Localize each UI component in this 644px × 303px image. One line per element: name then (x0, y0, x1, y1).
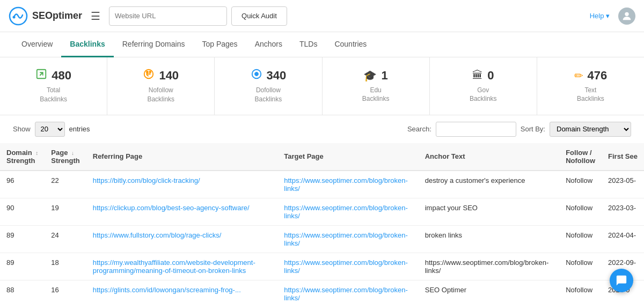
cell-first-seen: 2024-04- (602, 225, 644, 253)
cell-follow: Nofollow (559, 280, 602, 303)
stat-gov-backlinks: 🏛 0 GovBacklinks (430, 57, 537, 115)
text-backlinks-label: TextBacklinks (577, 86, 604, 104)
chat-bubble[interactable] (610, 269, 633, 292)
sortby-select[interactable]: Domain Strength Page Strength First Seen (550, 122, 631, 137)
th-first-seen[interactable]: First See (602, 143, 644, 171)
stats-row: 480 TotalBacklinks 140 NofollowBacklinks… (0, 57, 644, 115)
cell-anchor-text: impact your SEO (419, 198, 559, 225)
backlinks-table: Domain ↕Strength Page ↓Strength Referrin… (0, 143, 644, 303)
header: SEOptimer ☰ Quick Audit Help ▾ (0, 0, 644, 32)
th-target-page[interactable]: Target Page (277, 143, 418, 171)
dofollow-backlinks-value: 340 (267, 69, 287, 83)
edu-backlinks-label: EduBacklinks (362, 86, 390, 104)
logo-area: SEOptimer (9, 6, 82, 26)
dofollow-backlinks-label: DofollowBacklinks (255, 86, 282, 104)
user-icon (621, 10, 633, 22)
chat-icon (616, 275, 627, 286)
cell-domain-strength: 89 (0, 253, 45, 280)
cell-domain-strength: 96 (0, 171, 45, 198)
gov-backlinks-label: GovBacklinks (470, 86, 497, 104)
entries-select[interactable]: 20 50 100 (35, 122, 65, 137)
cell-anchor-text: https://www.seoptimer.com/blog/broken-li… (419, 253, 559, 280)
stat-edu-backlinks: 🎓 1 EduBacklinks (323, 57, 430, 115)
stat-nofollow-backlinks: 140 NofollowBacklinks (107, 57, 215, 115)
entries-label: entries (69, 125, 90, 133)
tab-anchors[interactable]: Anchors (246, 32, 291, 57)
url-input[interactable] (109, 6, 227, 26)
cell-page-strength: 18 (45, 253, 86, 280)
tab-backlinks[interactable]: Backlinks (61, 32, 113, 57)
cell-follow: Nofollow (559, 198, 602, 225)
search-area: Search: Sort By: Domain Strength Page St… (407, 122, 631, 137)
cell-follow: Nofollow (559, 225, 602, 253)
svg-point-5 (147, 71, 148, 73)
svg-point-6 (150, 71, 151, 73)
tab-countries[interactable]: Countries (326, 32, 375, 57)
cell-target-page[interactable]: https://www.seoptimer.com/blog/broken-li… (277, 225, 418, 253)
header-right: Help ▾ (590, 8, 635, 25)
edu-backlinks-value: 1 (381, 69, 387, 83)
table-row: 96 22 https://bitly.com/blog/click-track… (0, 171, 644, 198)
nofollow-backlinks-label: NofollowBacklinks (147, 86, 174, 104)
search-input[interactable] (436, 122, 516, 137)
cell-referring-page[interactable]: https://www.fullstory.com/blog/rage-clic… (86, 225, 278, 253)
text-backlinks-icon: ✏ (574, 69, 583, 82)
cell-page-strength: 19 (45, 198, 86, 225)
cell-referring-page[interactable]: https://clickup.com/blog/best-seo-agency… (86, 198, 278, 225)
table-row: 89 24 https://www.fullstory.com/blog/rag… (0, 225, 644, 253)
cell-first-seen: 2023-05- (602, 171, 644, 198)
search-label: Search: (407, 125, 431, 133)
hamburger-icon[interactable]: ☰ (91, 10, 100, 23)
cell-follow: Nofollow (559, 171, 602, 198)
edu-backlinks-icon: 🎓 (363, 69, 377, 82)
avatar[interactable] (618, 8, 635, 25)
nav-tabs: Overview Backlinks Referring Domains Top… (0, 32, 644, 57)
sortby-label: Sort By: (521, 125, 545, 133)
dofollow-backlinks-icon (251, 68, 262, 83)
svg-point-2 (625, 12, 628, 16)
seoptimer-logo-icon (9, 6, 28, 26)
stat-dofollow-backlinks: 340 DofollowBacklinks (215, 57, 322, 115)
cell-referring-page[interactable]: https://bitly.com/blog/click-tracking/ (86, 171, 278, 198)
th-page-strength[interactable]: Page ↓Strength (45, 143, 86, 171)
table-controls: Show 20 50 100 entries Search: Sort By: … (0, 115, 644, 143)
table-wrap: Domain ↕Strength Page ↓Strength Referrin… (0, 143, 644, 303)
cell-target-page[interactable]: https://www.seoptimer.com/blog/broken-li… (277, 171, 418, 198)
tab-overview[interactable]: Overview (13, 32, 61, 57)
nofollow-backlinks-value: 140 (159, 69, 179, 83)
th-domain-strength[interactable]: Domain ↕Strength (0, 143, 45, 171)
text-backlinks-value: 476 (588, 69, 608, 83)
th-anchor-text[interactable]: Anchor Text (419, 143, 559, 171)
stat-text-backlinks: ✏ 476 TextBacklinks (537, 57, 644, 115)
table-row: 88 16 https://glints.com/id/lowongan/scr… (0, 280, 644, 303)
cell-page-strength: 16 (45, 280, 86, 303)
th-follow[interactable]: Follow /Nofollow (559, 143, 602, 171)
gov-backlinks-icon: 🏛 (472, 69, 483, 82)
total-backlinks-label: TotalBacklinks (40, 86, 67, 104)
cell-target-page[interactable]: https://www.seoptimer.com/blog/broken-li… (277, 253, 418, 280)
th-referring-page[interactable]: Referring Page (86, 143, 278, 171)
gov-backlinks-value: 0 (487, 69, 494, 83)
help-button[interactable]: Help ▾ (590, 12, 610, 20)
show-label: Show (13, 125, 31, 133)
quick-audit-button[interactable]: Quick Audit (231, 6, 287, 26)
cell-anchor-text: destroy a customer's experience (419, 171, 559, 198)
nofollow-backlinks-icon (143, 68, 155, 83)
cell-target-page[interactable]: https://www.seoptimer.com/blog/broken-li… (277, 198, 418, 225)
cell-follow: Nofollow (559, 253, 602, 280)
cell-referring-page[interactable]: https://glints.com/id/lowongan/screaming… (86, 280, 278, 303)
tab-top-pages[interactable]: Top Pages (193, 32, 246, 57)
cell-domain-strength: 89 (0, 225, 45, 253)
table-row: 90 19 https://clickup.com/blog/best-seo-… (0, 198, 644, 225)
cell-anchor-text: broken links (419, 225, 559, 253)
logo-text: SEOptimer (32, 10, 82, 21)
tab-tlds[interactable]: TLDs (291, 32, 326, 57)
cell-referring-page[interactable]: https://my.wealthyaffiliate.com/website-… (86, 253, 278, 280)
stat-total-backlinks: 480 TotalBacklinks (0, 57, 107, 115)
svg-point-1 (13, 16, 16, 18)
table-row: 89 18 https://my.wealthyaffiliate.com/we… (0, 253, 644, 280)
table-header-row: Domain ↕Strength Page ↓Strength Referrin… (0, 143, 644, 171)
cell-target-page[interactable]: https://www.seoptimer.com/blog/broken-li… (277, 280, 418, 303)
cell-domain-strength: 88 (0, 280, 45, 303)
tab-referring-domains[interactable]: Referring Domains (114, 32, 194, 57)
